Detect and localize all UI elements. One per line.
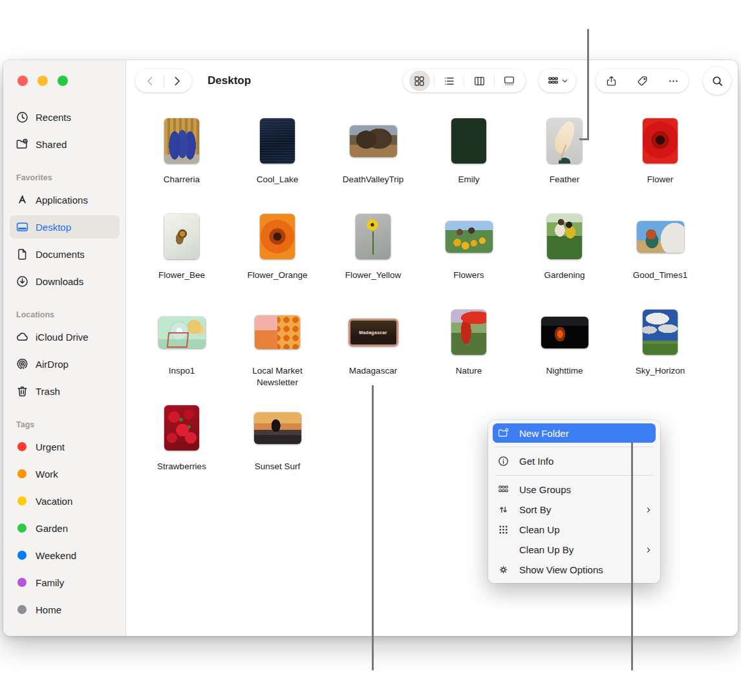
context-menu: New FolderGet InfoUse GroupsSort ByClean… [488,420,660,583]
back-button[interactable] [138,69,164,92]
file-item-flower[interactable]: Flower [612,111,708,207]
file-thumbnail [637,221,684,253]
sidebar-section-header: Favorites [3,171,126,184]
file-thumbnail [254,412,301,444]
sidebar-item-label: Downloads [36,276,83,287]
file-thumbnail-box: Madagascar [325,302,421,362]
sidebar-item-downloads[interactable]: Downloads [10,270,120,293]
sidebar-item-family[interactable]: Family [10,571,120,594]
menu-item-get-info[interactable]: Get Info [488,451,660,471]
file-item-madagascar[interactable]: MadagascarMadagascar [325,302,421,398]
sidebar-item-desktop[interactable]: Desktop [10,215,120,239]
sidebar-item-home[interactable]: Home [10,598,120,621]
file-thumbnail [541,317,588,348]
file-item-nature[interactable]: Nature [421,302,517,398]
file-thumbnail-box [134,111,230,171]
file-item-local-market-newsletter[interactable]: Local Market Newsletter [230,302,325,398]
list-view-button[interactable] [436,69,463,92]
file-item-sunset-surf[interactable]: Sunset Surf [230,398,325,494]
file-item-charreria[interactable]: Charreria [134,111,230,207]
file-thumbnail-box [134,207,230,266]
file-item-flower-bee[interactable]: Flower_Bee [134,207,230,302]
menu-item-sort-by[interactable]: Sort By [488,500,660,520]
group-by-button[interactable] [539,69,576,92]
sidebar-item-airdrop[interactable]: AirDrop [10,352,120,376]
zoom-button[interactable] [58,76,68,86]
callout-line-feather-horizontal [579,138,589,140]
file-item-deathvalleytrip[interactable]: DeathValleyTrip [325,111,421,207]
sidebar-item-label: AirDrop [36,359,69,370]
sidebar-item-vacation[interactable]: Vacation [10,489,120,513]
chevron-down-icon [561,78,568,85]
file-thumbnail [260,118,295,164]
sidebar-item-recents[interactable]: Recents [10,105,120,129]
file-item-gardening[interactable]: Gardening [517,207,612,302]
grid-view-icon [413,75,425,87]
menu-item-new-folder[interactable]: New Folder [493,423,656,443]
minimize-button[interactable] [38,76,48,86]
info-icon [497,455,511,467]
sidebar-item-trash[interactable]: Trash [10,379,120,403]
sidebar-item-shared[interactable]: Shared [10,133,120,156]
menu-item-show-view-options[interactable]: Show View Options [488,560,660,580]
menu-item-use-groups[interactable]: Use Groups [488,480,660,500]
file-thumbnail [164,405,199,451]
tags-button[interactable] [628,69,656,92]
forward-button[interactable] [164,69,190,92]
file-item-cool-lake[interactable]: Cool_Lake [230,111,325,207]
share-button[interactable] [597,69,625,92]
file-thumbnail-box [325,111,421,171]
callout-line-new-folder [631,442,633,670]
menu-item-label: Clean Up By [519,544,645,555]
menu-item-clean-up[interactable]: Clean Up [488,520,660,540]
menu-item-label: New Folder [519,428,652,439]
file-label: Gardening [544,270,585,281]
document-icon [16,248,29,261]
file-label: Emily [458,174,480,186]
view-switcher [403,69,526,92]
file-item-flower-yellow[interactable]: Flower_Yellow [325,207,421,302]
new-folder-icon [497,427,511,440]
desktop-icon [16,220,29,234]
toolbar: Desktop [126,60,738,101]
file-item-feather[interactable]: Feather [517,111,612,207]
file-item-flowers[interactable]: Flowers [421,207,517,302]
more-button[interactable] [659,69,687,92]
close-button[interactable] [17,76,28,86]
sidebar-item-weekend[interactable]: Weekend [10,544,120,567]
sidebar-item-urgent[interactable]: Urgent [10,435,120,458]
file-item-emily[interactable]: Emily [421,111,517,207]
nav-buttons [135,69,192,92]
file-item-strawberries[interactable]: Strawberries [134,398,230,494]
file-item-nighttime[interactable]: Nighttime [517,302,612,398]
trash-icon [16,385,29,398]
sidebar-item-work[interactable]: Work [10,462,120,485]
file-item-flower-orange[interactable]: Flower_Orange [230,207,325,302]
sidebar-item-label: Applications [36,195,88,206]
file-thumbnail [350,125,397,157]
file-label: Strawberries [157,461,206,472]
clean-up-icon [497,524,511,536]
icon-view-button[interactable] [406,69,433,92]
search-button[interactable] [703,67,731,95]
sidebar-section-header: Tags [3,418,126,431]
file-thumbnail-box [612,111,708,171]
file-label: Flower [647,174,674,186]
sidebar-item-garden[interactable]: Garden [10,516,120,540]
file-item-good-times1[interactable]: Good_Times1 [612,207,708,302]
menu-item-clean-up-by[interactable]: Clean Up By [488,540,660,560]
gallery-view-button[interactable] [495,69,522,92]
file-label: Sky_Horizon [636,365,685,377]
file-item-sky-horizon[interactable]: Sky_Horizon [612,302,708,398]
menu-item-label: Sort By [519,504,645,515]
page: RecentsSharedFavoritesApplicationsDeskto… [0,0,741,700]
tag-icon [636,75,649,87]
sidebar-item-documents[interactable]: Documents [10,242,120,266]
file-item-inspo1[interactable]: Inspo1 [134,302,230,398]
divider [464,75,464,87]
file-label: Sunset Surf [255,461,301,472]
submenu-chevron-icon [645,506,652,514]
column-view-button[interactable] [466,69,493,92]
sidebar-item-applications[interactable]: Applications [10,188,120,211]
sidebar-item-icloud-drive[interactable]: iCloud Drive [10,325,120,348]
